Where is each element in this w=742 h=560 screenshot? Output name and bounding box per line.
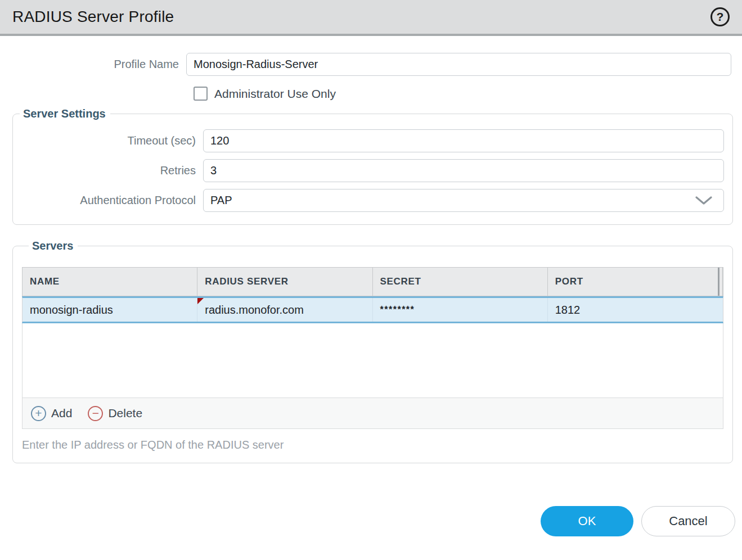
column-header-radius-server[interactable]: RADIUS SERVER	[197, 268, 372, 296]
profile-name-row: Profile Name	[0, 53, 742, 76]
radius-server-profile-dialog: RADIUS Server Profile ? Profile Name Adm…	[0, 0, 742, 536]
column-header-secret[interactable]: SECRET	[373, 268, 548, 296]
auth-protocol-select[interactable]: PAP	[203, 189, 724, 212]
column-header-port[interactable]: PORT	[548, 268, 723, 296]
server-settings-fieldset: Server Settings Timeout (sec) Retries Au…	[12, 107, 733, 225]
scrollbar-spacer	[718, 268, 719, 296]
servers-table-header: NAME RADIUS SERVER SECRET PORT	[22, 267, 723, 296]
minus-glyph: −	[92, 407, 99, 419]
timeout-row: Timeout (sec)	[13, 129, 724, 152]
retries-input[interactable]	[203, 159, 724, 182]
server-helper-text: Enter the IP address or FQDN of the RADI…	[22, 439, 723, 451]
profile-name-label: Profile Name	[0, 58, 179, 71]
minus-circle-icon: −	[88, 406, 103, 421]
cancel-button[interactable]: Cancel	[641, 506, 735, 536]
timeout-label: Timeout (sec)	[13, 134, 196, 147]
table-footer-toolbar: + Add − Delete	[22, 398, 723, 429]
admin-use-only-label[interactable]: Administrator Use Only	[214, 87, 336, 101]
servers-table: NAME RADIUS SERVER SECRET PORT monosign-…	[22, 267, 723, 429]
cell-port[interactable]: 1812	[548, 298, 723, 322]
retries-row: Retries	[13, 159, 724, 182]
delete-button[interactable]: − Delete	[88, 406, 142, 421]
dialog-footer: OK Cancel	[0, 506, 735, 536]
page-title: RADIUS Server Profile	[12, 8, 174, 26]
ok-button[interactable]: OK	[541, 506, 633, 536]
servers-fieldset: Servers NAME RADIUS SERVER SECRET PORT m…	[12, 240, 733, 463]
cell-secret[interactable]: ********	[373, 298, 548, 322]
chevron-down-icon	[695, 196, 712, 206]
cell-radius-server[interactable]: radius.monofor.com	[197, 298, 372, 322]
help-icon-glyph: ?	[717, 10, 724, 24]
dialog-titlebar: RADIUS Server Profile ?	[0, 0, 742, 36]
server-settings-legend: Server Settings	[20, 107, 110, 120]
delete-button-label: Delete	[108, 407, 142, 420]
table-empty-area	[22, 323, 723, 398]
plus-circle-icon: +	[31, 406, 46, 421]
admin-use-only-checkbox[interactable]	[194, 87, 208, 101]
help-icon[interactable]: ?	[710, 7, 730, 26]
auth-protocol-label: Authentication Protocol	[13, 194, 196, 207]
retries-label: Retries	[13, 164, 196, 177]
profile-name-input[interactable]	[186, 53, 731, 76]
add-button-label: Add	[51, 407, 72, 420]
add-button[interactable]: + Add	[31, 406, 72, 421]
table-row[interactable]: monosign-radius radius.monofor.com *****…	[22, 296, 723, 323]
modified-cell-marker	[197, 298, 204, 304]
column-header-name[interactable]: NAME	[23, 268, 197, 296]
cell-name[interactable]: monosign-radius	[23, 298, 197, 322]
cell-radius-server-value: radius.monofor.com	[205, 304, 304, 317]
plus-glyph: +	[35, 407, 42, 419]
servers-legend: Servers	[29, 240, 78, 252]
auth-protocol-value: PAP	[210, 194, 232, 207]
admin-use-only-row: Administrator Use Only	[194, 87, 742, 101]
timeout-input[interactable]	[203, 129, 724, 152]
auth-protocol-row: Authentication Protocol PAP	[13, 189, 724, 212]
